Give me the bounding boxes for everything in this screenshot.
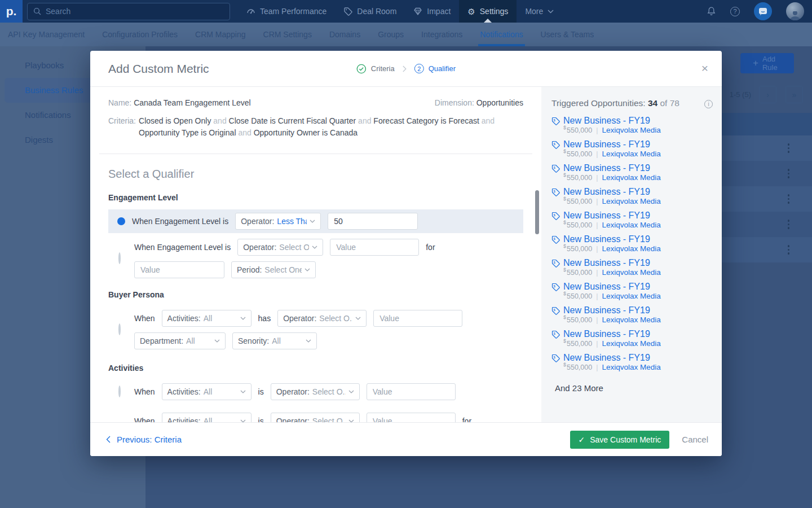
subnav-configuration-profiles[interactable]: Configuration Profiles bbox=[102, 23, 178, 46]
opportunity-link[interactable]: New Business - FY19 bbox=[563, 116, 650, 126]
account-link[interactable]: Lexiqvolax Media bbox=[602, 150, 660, 158]
value-input[interactable] bbox=[367, 383, 456, 400]
opportunity-amount: $550,000 bbox=[563, 126, 592, 134]
subnav-crm-mapping[interactable]: CRM Mapping bbox=[195, 23, 245, 46]
account-link[interactable]: Lexiqvolax Media bbox=[602, 126, 660, 134]
chevron-down-icon bbox=[306, 339, 311, 343]
activities-select[interactable]: Activities: All bbox=[162, 310, 251, 327]
section-activities: Activities bbox=[108, 364, 523, 373]
nav-deal-room[interactable]: Deal Room bbox=[335, 0, 405, 23]
gear-icon: ⚙ bbox=[467, 7, 475, 16]
chevron-down-icon bbox=[214, 339, 220, 343]
subnav-domains[interactable]: Domains bbox=[329, 23, 360, 46]
subnav-integrations[interactable]: Integrations bbox=[421, 23, 462, 46]
search-input[interactable] bbox=[46, 7, 224, 16]
value-input[interactable] bbox=[373, 310, 462, 327]
engagement-duration-option: When Engagement Level is Operator: Selec… bbox=[108, 236, 523, 281]
cancel-button[interactable]: Cancel bbox=[682, 435, 708, 444]
opportunity-link[interactable]: New Business - FY19 bbox=[563, 282, 650, 292]
qualifier-pane: Name: Canada Team Engagement Level Dimen… bbox=[90, 87, 541, 422]
nav-more[interactable]: More bbox=[517, 0, 562, 23]
nav-team-performance[interactable]: Team Performance bbox=[238, 0, 335, 23]
activities-select[interactable]: Activities: All bbox=[162, 383, 251, 400]
help-icon[interactable]: ? bbox=[730, 7, 740, 16]
notifications-bell-icon[interactable] bbox=[707, 6, 716, 16]
subnav-crm-settings[interactable]: CRM Settings bbox=[263, 23, 312, 46]
seniority-select[interactable]: Senority: All bbox=[232, 332, 317, 349]
when-text: When bbox=[134, 387, 155, 396]
radio-selected[interactable] bbox=[117, 217, 125, 225]
chevron-down-icon bbox=[348, 390, 354, 393]
pagination-last-button[interactable]: » bbox=[785, 86, 803, 103]
kebab-menu-icon[interactable] bbox=[788, 194, 790, 204]
app-logo[interactable]: p. bbox=[0, 0, 23, 23]
opportunity-details: $550,000 | Lexiqvolax Media bbox=[563, 292, 722, 300]
kebab-menu-icon[interactable] bbox=[788, 143, 790, 153]
opportunity-link[interactable]: New Business - FY19 bbox=[563, 353, 650, 363]
dimension-label: Dimension: bbox=[435, 98, 474, 107]
value-input[interactable] bbox=[367, 413, 456, 422]
chat-widget-icon[interactable] bbox=[754, 2, 772, 20]
account-link[interactable]: Lexiqvolax Media bbox=[602, 173, 660, 182]
step-label: Qualifier bbox=[429, 64, 456, 73]
account-link[interactable]: Lexiqvolax Media bbox=[602, 244, 660, 253]
opportunity-amount: $550,000 bbox=[563, 292, 592, 300]
opportunity-details: $550,000 | Lexiqvolax Media bbox=[563, 197, 722, 205]
opportunity-link[interactable]: New Business - FY19 bbox=[563, 305, 650, 316]
nav-settings[interactable]: ⚙ Settings bbox=[459, 0, 517, 23]
opportunity-link[interactable]: New Business - FY19 bbox=[563, 329, 650, 339]
deal-tag-icon: $ bbox=[551, 330, 560, 339]
scrollbar-thumb[interactable] bbox=[535, 190, 539, 234]
opportunity-link[interactable]: New Business - FY19 bbox=[563, 234, 650, 244]
step-criteria[interactable]: Criteria bbox=[356, 64, 395, 74]
opportunity-link[interactable]: New Business - FY19 bbox=[563, 187, 650, 197]
opportunity-link[interactable]: New Business - FY19 bbox=[563, 258, 650, 268]
account-link[interactable]: Lexiqvolax Media bbox=[602, 339, 660, 348]
activities-select[interactable]: Activities: All bbox=[162, 413, 251, 422]
previous-step-link[interactable]: Previous: Criteria bbox=[106, 435, 182, 444]
kebab-menu-icon[interactable] bbox=[788, 245, 790, 255]
engagement-threshold-option[interactable]: When Engagement Level is Operator: Less … bbox=[108, 209, 523, 233]
radio-unselected[interactable] bbox=[118, 252, 121, 264]
operator-select[interactable]: Operator: Less Than bbox=[235, 213, 321, 230]
nav-label: Team Performance bbox=[260, 7, 326, 16]
account-link[interactable]: Lexiqvolax Media bbox=[602, 268, 660, 277]
operator-select[interactable]: Operator: Select O... bbox=[237, 239, 323, 256]
kebab-menu-icon[interactable] bbox=[788, 169, 790, 178]
save-custom-metric-button[interactable]: ✓ Save Custom Metric bbox=[570, 431, 670, 449]
value-input[interactable] bbox=[330, 239, 419, 256]
duration-value-input[interactable] bbox=[134, 261, 224, 278]
account-link[interactable]: Lexiqvolax Media bbox=[602, 292, 660, 300]
threshold-value-input[interactable] bbox=[328, 213, 418, 230]
nav-label: More bbox=[525, 7, 543, 16]
subnav-users-teams[interactable]: Users & Teams bbox=[541, 23, 594, 46]
opportunity-link[interactable]: New Business - FY19 bbox=[563, 163, 650, 173]
radio-unselected[interactable] bbox=[118, 323, 121, 335]
subnav-groups[interactable]: Groups bbox=[378, 23, 404, 46]
step-qualifier[interactable]: 2 Qualifier bbox=[414, 64, 456, 73]
radio-unselected[interactable] bbox=[118, 386, 121, 397]
operator-select[interactable]: Operator: Select O... bbox=[277, 310, 367, 327]
pagination-next-button[interactable]: › bbox=[759, 86, 776, 103]
close-icon[interactable]: × bbox=[701, 62, 708, 74]
triggered-title: Triggered Opportunities: 34 of 78 bbox=[551, 98, 699, 108]
user-avatar[interactable] bbox=[786, 2, 804, 20]
subnav-notifications[interactable]: Notifications bbox=[480, 23, 523, 46]
info-icon[interactable]: i bbox=[704, 100, 713, 108]
account-link[interactable]: Lexiqvolax Media bbox=[602, 316, 660, 324]
opportunity-details: $550,000 | Lexiqvolax Media bbox=[563, 244, 722, 253]
account-link[interactable]: Lexiqvolax Media bbox=[602, 197, 660, 205]
account-link[interactable]: Lexiqvolax Media bbox=[602, 363, 660, 371]
operator-select[interactable]: Operator: Select O... bbox=[271, 413, 360, 422]
opportunity-link[interactable]: New Business - FY19 bbox=[563, 139, 650, 150]
opportunity-link[interactable]: New Business - FY19 bbox=[563, 211, 650, 221]
opportunity-list-item: $ New Business - FY19 $550,000 | Lexiqvo… bbox=[551, 116, 722, 134]
department-select[interactable]: Department: All bbox=[134, 332, 226, 349]
subnav-api-key-management[interactable]: API Key Management bbox=[8, 23, 85, 46]
period-select[interactable]: Period: Select One bbox=[231, 261, 316, 278]
kebab-menu-icon[interactable] bbox=[788, 220, 790, 229]
account-link[interactable]: Lexiqvolax Media bbox=[602, 221, 660, 229]
operator-select[interactable]: Operator: Select O... bbox=[271, 383, 360, 400]
nav-impact[interactable]: Impact bbox=[405, 0, 459, 23]
add-rule-button[interactable]: + Add Rule bbox=[740, 53, 794, 73]
